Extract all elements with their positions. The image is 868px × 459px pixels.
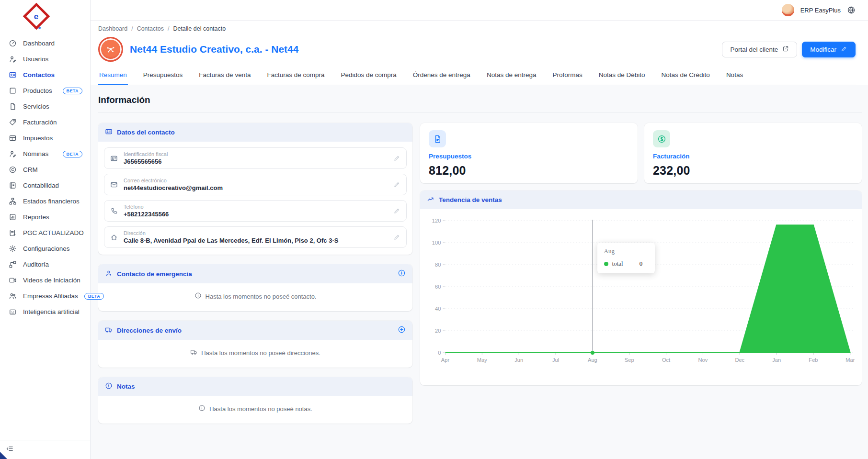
sidebar-item-dashboard[interactable]: Dashboard — [6, 35, 85, 51]
sidebar-item-empresas-afiliadas[interactable]: Empresas AfiliadasBETA — [6, 288, 85, 304]
sidebar-item-servicios[interactable]: Servicios — [6, 99, 85, 114]
svg-text:Mar: Mar — [845, 357, 855, 363]
user-name[interactable]: ERP EasyPlus — [800, 7, 841, 14]
tab-6[interactable]: Notas de entrega — [486, 67, 537, 85]
tab-4[interactable]: Pedidos de compra — [340, 67, 397, 85]
external-icon — [782, 45, 789, 52]
person-icon — [105, 269, 113, 279]
modificar-button[interactable]: Modificar — [802, 42, 856, 57]
user-icon — [105, 269, 113, 277]
user-pen-icon — [9, 55, 17, 63]
gauge-icon — [9, 39, 17, 47]
tag-icon — [9, 118, 17, 126]
info-icon — [198, 404, 206, 412]
sidebar-item-configuraciones[interactable]: Configuraciones — [6, 241, 85, 257]
tab-9[interactable]: Notas de Crédito — [661, 67, 711, 85]
id-card-icon — [105, 128, 113, 135]
sidebar-item-reportes[interactable]: Reportes — [6, 209, 85, 225]
breadcrumb-contactos[interactable]: Contactos — [137, 25, 164, 32]
dollar-icon — [657, 134, 666, 144]
stats-row: Presupuestos 812,00 Facturación 232,00 — [420, 123, 862, 183]
emergency-contact-header: Contacto de emergencia — [98, 264, 412, 283]
sidebar-collapse-button[interactable] — [0, 440, 90, 459]
page-title: Net44 Estudio Creativo, c.a. - Net44 — [130, 44, 298, 55]
sidebar-item-contabilidad[interactable]: Contabilidad — [6, 178, 85, 193]
info-heading: Información — [98, 95, 862, 112]
sidebar-item-usuarios[interactable]: Usuarios — [6, 51, 85, 67]
shipping-addresses-card: Direcciones de envío Hasta los momentos … — [98, 321, 412, 368]
svg-text:Jun: Jun — [514, 357, 523, 363]
emergency-contact-card: Contacto de emergencia Hasta los momento… — [98, 264, 412, 311]
portal-del-cliente-button[interactable]: Portal del cliente — [722, 42, 797, 57]
plus-icon — [398, 269, 406, 277]
sidebar-item-crm[interactable]: CRM — [6, 162, 85, 178]
sidebar-item-videos-de-iniciacion[interactable]: Videos de Iniciación — [6, 272, 85, 288]
sidebar-item-auditoria[interactable]: Auditoría — [6, 257, 85, 272]
tab-2[interactable]: Facturas de venta — [198, 67, 251, 85]
sidebar: e ERP DashboardUsuariosContactosProducto… — [0, 0, 91, 459]
envelope-icon — [110, 181, 118, 189]
pencil-icon — [841, 45, 847, 52]
sales-trend-chart[interactable]: 020406080100120AprMayJunJulAugSepOctNovD… — [420, 209, 862, 385]
notes-card: Notas Hasta los momentos no poseé notas. — [98, 377, 412, 424]
svg-text:Jan: Jan — [772, 357, 781, 363]
tab-3[interactable]: Facturas de compra — [266, 67, 325, 85]
home-icon — [110, 234, 118, 241]
svg-text:40: 40 — [435, 306, 441, 312]
tab-active-0[interactable]: Resumen — [98, 67, 128, 85]
user-avatar[interactable] — [782, 4, 794, 16]
note-icon — [9, 102, 17, 111]
beta-badge: BETA — [63, 88, 82, 94]
stat-card-presupuestos[interactable]: Presupuestos 812,00 — [420, 123, 638, 183]
svg-text:May: May — [477, 357, 487, 363]
add-shipping-address-button[interactable] — [398, 325, 406, 335]
plus-icon — [398, 325, 406, 334]
shipping-empty-state: Hasta los momentos no poseé direcciones. — [98, 340, 412, 368]
logo-diamond-icon: e — [23, 3, 50, 30]
svg-text:120: 120 — [432, 218, 441, 224]
sidebar-item-inteligencia-artificial[interactable]: Inteligencia artificial — [6, 304, 85, 320]
app-root: e ERP DashboardUsuariosContactosProducto… — [0, 0, 868, 459]
flow-icon — [9, 260, 17, 269]
field-correo-electronico[interactable]: Correo electrónico net44estudiocreativo@… — [104, 174, 407, 195]
tab-1[interactable]: Presupuestos — [142, 67, 184, 85]
sidebar-item-nominas[interactable]: NóminasBETA — [6, 146, 85, 162]
tab-10[interactable]: Notas — [725, 67, 744, 85]
stat-card-facturacion[interactable]: Facturación 232,00 — [644, 123, 862, 183]
globe-icon — [847, 6, 856, 14]
sidebar-item-estados-financieros[interactable]: Estados financieros — [6, 193, 85, 209]
tab-8[interactable]: Notas de Débito — [598, 67, 646, 85]
app-logo[interactable]: e ERP — [0, 0, 90, 34]
pencil-icon[interactable] — [393, 181, 400, 188]
sidebar-item-facturacion[interactable]: Facturación — [6, 114, 85, 130]
svg-text:60: 60 — [435, 284, 441, 290]
field-telefono[interactable]: Teléfono +582122345566 — [104, 200, 407, 222]
pencil-icon[interactable] — [393, 155, 400, 162]
contact-avatar — [98, 37, 123, 62]
add-emergency-contact-button[interactable] — [398, 269, 406, 279]
field-identificacion-fiscal[interactable]: Identificación fiscal J6565565656 — [104, 147, 407, 169]
field-direccion[interactable]: Dirección Calle 8-B, Avenidad Ppal de La… — [104, 226, 407, 248]
svg-text:Nov: Nov — [698, 357, 708, 363]
pencil-icon[interactable] — [393, 234, 400, 241]
contact-data-card: Datos del contacto Identificación fiscal… — [98, 123, 412, 255]
info-icon — [105, 382, 113, 391]
sales-trend-card: Tendencia de ventas 020406080100120AprMa… — [420, 190, 862, 385]
breadcrumb-dashboard[interactable]: Dashboard — [98, 25, 127, 32]
sidebar-item-impuestos[interactable]: Impuestos — [6, 130, 85, 146]
video-icon — [9, 276, 17, 284]
pencil-icon[interactable] — [393, 207, 400, 214]
people-icon — [9, 292, 17, 300]
sidebar-item-productos[interactable]: ProductosBETA — [6, 83, 85, 99]
tab-5[interactable]: Órdenes de entrega — [412, 67, 471, 85]
report-icon — [9, 213, 17, 221]
main-area: ERP EasyPlus Dashboard / Contactos / Det… — [91, 0, 868, 459]
sidebar-nav: DashboardUsuariosContactosProductosBETAS… — [0, 34, 90, 440]
copyright-icon — [9, 166, 17, 174]
sidebar-item-contactos[interactable]: Contactos — [6, 67, 85, 83]
trend-up-icon — [427, 195, 434, 204]
language-button[interactable] — [847, 6, 856, 14]
tab-7[interactable]: Proformas — [551, 67, 583, 85]
notes-header: Notas — [98, 377, 412, 396]
sidebar-item-pgc-actualizado[interactable]: PGC ACTUALIZADO — [6, 225, 85, 241]
